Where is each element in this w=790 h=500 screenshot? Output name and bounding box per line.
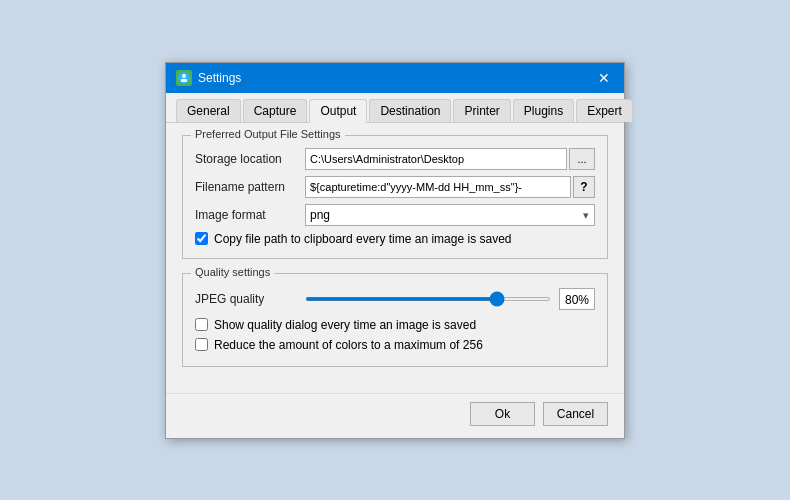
title-bar-left: Settings bbox=[176, 70, 241, 86]
jpeg-quality-row: JPEG quality 80% bbox=[195, 288, 595, 310]
tab-general[interactable]: General bbox=[176, 99, 241, 122]
browse-button[interactable]: ... bbox=[569, 148, 595, 170]
tab-plugins[interactable]: Plugins bbox=[513, 99, 574, 122]
filename-pattern-input[interactable] bbox=[305, 176, 571, 198]
preferred-output-group: Preferred Output File Settings Storage l… bbox=[182, 135, 608, 259]
image-format-select-wrapper: png jpg bmp gif tiff bbox=[305, 204, 595, 226]
content-area: Preferred Output File Settings Storage l… bbox=[166, 123, 624, 393]
show-quality-checkbox[interactable] bbox=[195, 318, 208, 331]
tab-capture[interactable]: Capture bbox=[243, 99, 308, 122]
ok-button[interactable]: Ok bbox=[470, 402, 535, 426]
storage-location-row: Storage location ... bbox=[195, 148, 595, 170]
show-quality-label: Show quality dialog every time an image … bbox=[214, 318, 476, 332]
reduce-colors-label: Reduce the amount of colors to a maximum… bbox=[214, 338, 483, 352]
quality-group-label: Quality settings bbox=[191, 266, 274, 278]
image-format-row: Image format png jpg bmp gif tiff bbox=[195, 204, 595, 226]
jpeg-slider-wrapper bbox=[305, 297, 551, 301]
cancel-button[interactable]: Cancel bbox=[543, 402, 608, 426]
storage-location-input[interactable] bbox=[305, 148, 567, 170]
image-format-select[interactable]: png jpg bmp gif tiff bbox=[305, 204, 595, 226]
storage-location-input-group: ... bbox=[305, 148, 595, 170]
image-format-label: Image format bbox=[195, 208, 305, 222]
filename-pattern-input-group: ? bbox=[305, 176, 595, 198]
jpeg-quality-label: JPEG quality bbox=[195, 292, 305, 306]
reduce-colors-checkbox[interactable] bbox=[195, 338, 208, 351]
tab-destination[interactable]: Destination bbox=[369, 99, 451, 122]
help-button[interactable]: ? bbox=[573, 176, 595, 198]
reduce-colors-row: Reduce the amount of colors to a maximum… bbox=[195, 338, 595, 352]
settings-window: Settings ✕ General Capture Output Destin… bbox=[165, 62, 625, 439]
jpeg-quality-slider[interactable] bbox=[305, 297, 551, 301]
app-icon bbox=[176, 70, 192, 86]
jpeg-quality-value: 80% bbox=[559, 288, 595, 310]
copy-clipboard-row: Copy file path to clipboard every time a… bbox=[195, 232, 595, 246]
window-title: Settings bbox=[198, 71, 241, 85]
filename-pattern-label: Filename pattern bbox=[195, 180, 305, 194]
show-quality-row: Show quality dialog every time an image … bbox=[195, 318, 595, 332]
tab-output[interactable]: Output bbox=[309, 99, 367, 123]
copy-clipboard-checkbox[interactable] bbox=[195, 232, 208, 245]
svg-rect-2 bbox=[181, 79, 187, 82]
storage-location-label: Storage location bbox=[195, 152, 305, 166]
tab-printer[interactable]: Printer bbox=[453, 99, 510, 122]
preferred-output-label: Preferred Output File Settings bbox=[191, 128, 345, 140]
title-bar: Settings ✕ bbox=[166, 63, 624, 93]
tab-expert[interactable]: Expert bbox=[576, 99, 633, 122]
svg-point-1 bbox=[182, 74, 186, 78]
quality-group: Quality settings JPEG quality 80% Show q… bbox=[182, 273, 608, 367]
filename-pattern-row: Filename pattern ? bbox=[195, 176, 595, 198]
close-button[interactable]: ✕ bbox=[594, 68, 614, 88]
tab-bar: General Capture Output Destination Print… bbox=[166, 93, 624, 123]
copy-clipboard-label: Copy file path to clipboard every time a… bbox=[214, 232, 512, 246]
footer: Ok Cancel bbox=[166, 393, 624, 438]
